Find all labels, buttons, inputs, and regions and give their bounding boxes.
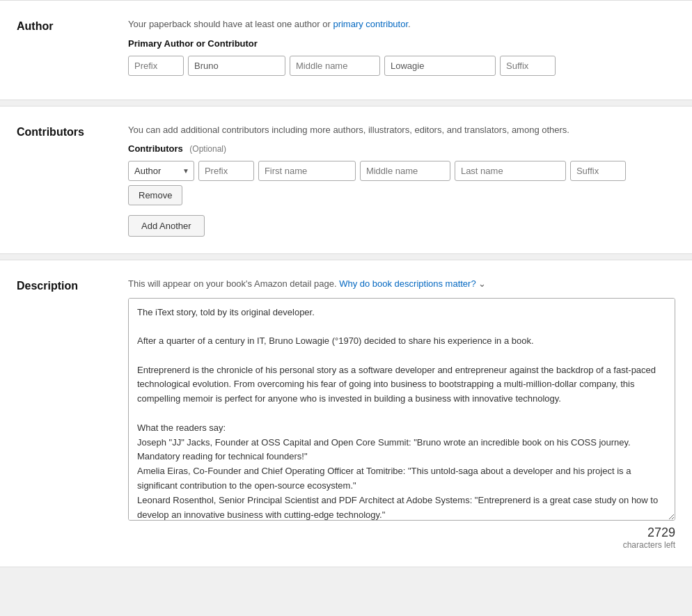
author-fields-row bbox=[128, 56, 675, 76]
contributor-row: Author Editor Illustrator Translator ▼ R… bbox=[128, 161, 675, 205]
chevron-down-icon: ▼ bbox=[178, 163, 194, 179]
description-label: Description bbox=[17, 277, 128, 292]
author-description: Your paperback should have at least one … bbox=[128, 17, 675, 31]
contributors-content: You can add additional contributors incl… bbox=[128, 123, 675, 237]
remove-contributor-button[interactable]: Remove bbox=[128, 185, 182, 205]
add-another-button[interactable]: Add Another bbox=[128, 215, 205, 237]
description-description: This will appear on your book's Amazon d… bbox=[128, 277, 675, 291]
author-lastname-input[interactable] bbox=[384, 56, 496, 76]
page-container: Author Your paperback should have at lea… bbox=[0, 0, 692, 567]
author-suffix-input[interactable] bbox=[500, 56, 556, 76]
contributor-role-select[interactable]: Author Editor Illustrator Translator bbox=[129, 161, 178, 180]
contributors-section: Contributors You can add additional cont… bbox=[0, 106, 692, 255]
contributor-suffix-input[interactable] bbox=[570, 161, 626, 181]
description-content: This will appear on your book's Amazon d… bbox=[128, 277, 675, 550]
author-section: Author Your paperback should have at lea… bbox=[0, 0, 692, 100]
contributor-middlename-input[interactable] bbox=[360, 161, 450, 181]
author-firstname-input[interactable] bbox=[188, 56, 285, 76]
author-label: Author bbox=[17, 17, 128, 33]
char-count-label: characters left bbox=[128, 540, 675, 550]
description-textarea-wrap: The iText story, told by its original de… bbox=[128, 298, 675, 550]
contributor-lastname-input[interactable] bbox=[455, 161, 566, 181]
char-count-number: 2729 bbox=[647, 526, 675, 539]
primary-author-title: Primary Author or Contributor bbox=[128, 38, 675, 49]
author-middlename-input[interactable] bbox=[290, 56, 380, 76]
contributors-subtitle: Contributors (Optional) bbox=[128, 143, 675, 154]
why-descriptions-link[interactable]: Why do book descriptions matter? bbox=[339, 278, 476, 289]
contributor-firstname-input[interactable] bbox=[258, 161, 356, 181]
contributors-description: You can add additional contributors incl… bbox=[128, 123, 675, 137]
primary-contributor-link[interactable]: primary contributor bbox=[333, 19, 408, 29]
author-content: Your paperback should have at least one … bbox=[128, 17, 675, 83]
description-textarea[interactable]: The iText story, told by its original de… bbox=[128, 298, 675, 521]
contributor-role-select-wrap[interactable]: Author Editor Illustrator Translator ▼ bbox=[128, 161, 194, 181]
optional-label: (Optional) bbox=[189, 144, 226, 154]
contributor-prefix-input[interactable] bbox=[198, 161, 254, 181]
description-section: Description This will appear on your boo… bbox=[0, 260, 692, 567]
author-prefix-input[interactable] bbox=[128, 56, 184, 76]
char-count: 2729 characters left bbox=[128, 526, 675, 550]
contributors-label: Contributors bbox=[17, 123, 128, 139]
